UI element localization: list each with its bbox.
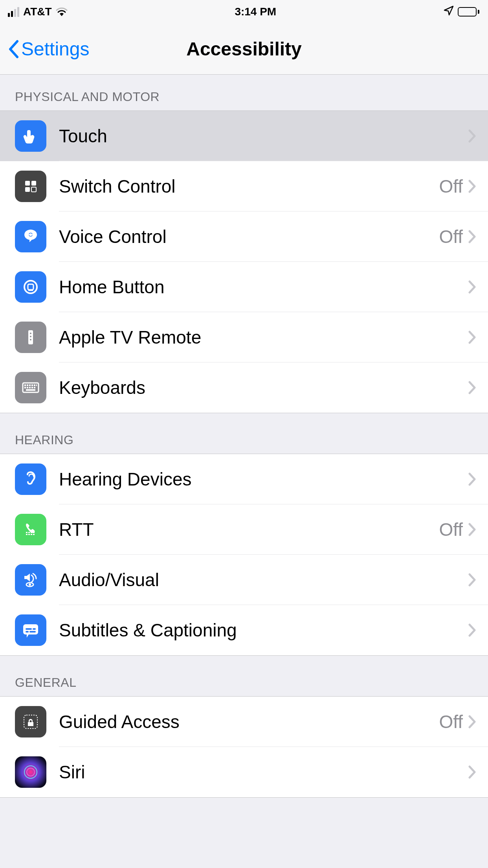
svg-rect-6: [28, 284, 33, 290]
row-label: Subtitles & Captioning: [59, 620, 468, 641]
chevron-right-icon: [468, 331, 476, 344]
apple-tv-remote-icon: [15, 322, 46, 353]
svg-rect-19: [24, 387, 26, 388]
row-home-button[interactable]: Home Button: [0, 262, 488, 312]
siri-icon: [15, 756, 46, 788]
svg-point-10: [30, 336, 31, 337]
wifi-icon: [56, 7, 68, 16]
chevron-right-icon: [468, 715, 476, 728]
back-button[interactable]: Settings: [8, 38, 89, 60]
back-label: Settings: [21, 38, 89, 60]
svg-rect-36: [26, 628, 32, 630]
section-header-physical-motor: PHYSICAL AND MOTOR: [0, 75, 488, 110]
svg-rect-3: [31, 187, 36, 192]
row-label: Apple TV Remote: [59, 327, 468, 348]
list-hearing: Hearing Devices RTT Off Audio/Visual: [0, 454, 488, 656]
voice-control-icon: [15, 221, 46, 252]
svg-rect-22: [31, 387, 33, 388]
row-value: Off: [439, 711, 463, 732]
svg-rect-16: [31, 384, 33, 386]
status-right: [444, 6, 479, 18]
row-label: Keyboards: [59, 377, 468, 398]
row-siri[interactable]: Siri: [0, 747, 488, 797]
chevron-right-icon: [468, 523, 476, 536]
chevron-right-icon: [468, 230, 476, 243]
guided-access-icon: [15, 706, 46, 737]
row-label: Home Button: [59, 276, 468, 298]
status-time: 3:14 PM: [235, 6, 276, 18]
row-value: Off: [439, 176, 463, 197]
status-left: AT&T: [8, 6, 68, 18]
chevron-right-icon: [468, 765, 476, 779]
section-header-general: GENERAL: [0, 656, 488, 696]
svg-rect-38: [26, 631, 29, 633]
audio-visual-icon: [15, 564, 46, 596]
row-switch-control[interactable]: Switch Control Off: [0, 161, 488, 211]
row-subtitles[interactable]: Subtitles & Captioning: [0, 605, 488, 655]
row-label: RTT: [59, 519, 439, 540]
row-value: Off: [439, 519, 463, 540]
svg-rect-20: [27, 387, 28, 388]
row-value: Off: [439, 226, 463, 247]
subtitles-icon: [15, 614, 46, 646]
svg-rect-25: [26, 532, 28, 533]
svg-point-5: [24, 281, 37, 293]
home-button-icon: [15, 271, 46, 303]
chevron-right-icon: [468, 623, 476, 637]
chevron-left-icon: [8, 40, 20, 59]
row-guided-access[interactable]: Guided Access Off: [0, 697, 488, 747]
svg-rect-23: [34, 387, 35, 388]
row-apple-tv-remote[interactable]: Apple TV Remote: [0, 312, 488, 362]
row-audio-visual[interactable]: Audio/Visual: [0, 555, 488, 605]
row-rtt[interactable]: RTT Off: [0, 504, 488, 555]
chevron-right-icon: [468, 473, 476, 486]
svg-point-9: [30, 333, 31, 334]
battery-icon: [458, 7, 479, 17]
touch-icon: [15, 120, 46, 152]
svg-rect-30: [28, 534, 30, 535]
hearing-devices-icon: [15, 463, 46, 495]
chevron-right-icon: [468, 180, 476, 193]
row-hearing-devices[interactable]: Hearing Devices: [0, 454, 488, 504]
svg-rect-29: [26, 534, 28, 535]
row-voice-control[interactable]: Voice Control Off: [0, 211, 488, 262]
chevron-right-icon: [468, 280, 476, 294]
row-touch[interactable]: Touch: [0, 111, 488, 161]
page-title: Accessibility: [186, 38, 301, 60]
keyboards-icon: [15, 372, 46, 403]
row-label: Touch: [59, 125, 468, 147]
carrier-label: AT&T: [23, 6, 52, 18]
rtt-icon: [15, 514, 46, 545]
row-label: Siri: [59, 761, 468, 783]
svg-rect-18: [36, 384, 37, 386]
chevron-right-icon: [468, 381, 476, 394]
row-label: Voice Control: [59, 226, 439, 247]
svg-rect-37: [33, 628, 36, 630]
svg-point-34: [29, 583, 31, 586]
svg-rect-40: [24, 715, 37, 728]
svg-rect-31: [31, 534, 32, 535]
row-label: Switch Control: [59, 176, 439, 197]
svg-rect-26: [28, 532, 30, 533]
svg-point-42: [27, 768, 35, 776]
status-bar: AT&T 3:14 PM: [0, 0, 488, 24]
nav-bar: Settings Accessibility: [0, 24, 488, 75]
section-header-hearing: HEARING: [0, 413, 488, 454]
switch-control-icon: [15, 171, 46, 202]
svg-point-41: [24, 766, 37, 778]
svg-rect-7: [28, 289, 33, 291]
svg-rect-32: [33, 534, 35, 535]
row-label: Hearing Devices: [59, 469, 468, 490]
svg-rect-24: [26, 389, 35, 391]
row-label: Guided Access: [59, 711, 439, 732]
list-physical-motor: Touch Switch Control Off Voice Control O…: [0, 110, 488, 413]
svg-rect-1: [31, 181, 36, 186]
svg-rect-14: [27, 384, 28, 386]
chevron-right-icon: [468, 573, 476, 587]
row-keyboards[interactable]: Keyboards: [0, 362, 488, 413]
svg-rect-17: [34, 384, 35, 386]
svg-rect-13: [24, 384, 26, 386]
svg-rect-21: [29, 387, 31, 388]
svg-rect-2: [25, 187, 30, 192]
svg-rect-39: [29, 631, 36, 633]
